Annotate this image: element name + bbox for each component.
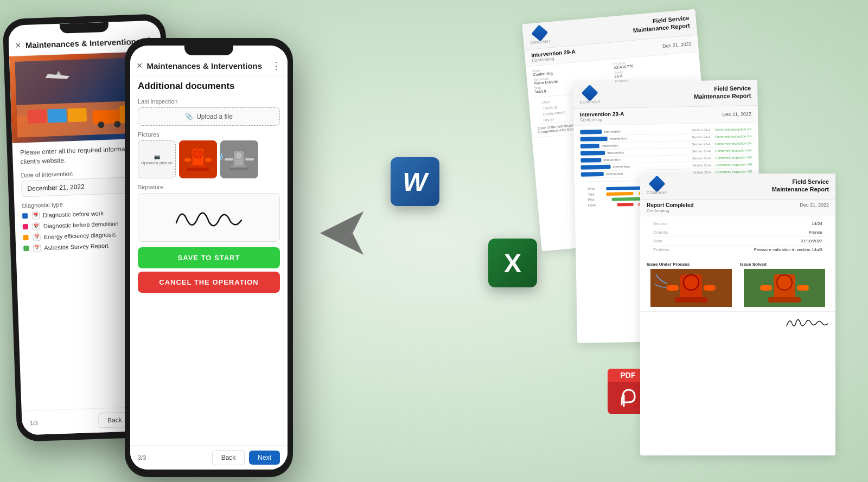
report-front-title-area: Field ServiceMaintenance Report xyxy=(772,178,829,194)
diag-dot-4 xyxy=(23,246,29,251)
diag-dot-3 xyxy=(23,235,28,240)
svg-point-37 xyxy=(777,275,792,290)
report-logo-diamond-2 xyxy=(582,85,598,101)
word-letter: W xyxy=(403,167,427,197)
svg-rect-36 xyxy=(768,297,801,303)
report-mid-sub: Conforming xyxy=(580,117,624,122)
svg-rect-18 xyxy=(205,158,212,162)
diag-label-2: Diagnostic before demolition xyxy=(43,220,119,229)
phone2-notch xyxy=(184,46,233,55)
svg-marker-26 xyxy=(320,211,363,255)
cancel-operation-button[interactable]: CANCEL THE OPERATION xyxy=(138,272,280,293)
report-front-logo: COMPANY xyxy=(647,178,667,195)
phone2-footer: 3/3 Back Next xyxy=(130,445,288,470)
gantt-label-3: Plan xyxy=(588,198,604,202)
phone2-page-indicator: 3/3 xyxy=(138,454,212,461)
report-front-field-country: Country France xyxy=(647,228,829,237)
svg-rect-4 xyxy=(27,110,47,124)
report-front-sig-svg xyxy=(786,314,829,330)
phone1-page-indicator: 1/3 xyxy=(29,417,98,426)
hydrant-svg-2 xyxy=(220,140,258,178)
phone2-header: × Maintenances & Interventions ⋮ xyxy=(130,55,288,76)
diag-icon-1: 📅 xyxy=(32,211,40,219)
report-mid-header: COMPANY Field ServiceMaintenance Report xyxy=(573,80,758,109)
svg-rect-5 xyxy=(47,108,67,123)
diag-icon-2: 📅 xyxy=(33,222,40,230)
report-front-issues-row: Issue Under Process xyxy=(640,258,835,311)
pictures-label: Pictures xyxy=(138,131,280,138)
issue-img-svg-1 xyxy=(647,269,736,307)
upload-picture-button[interactable]: 📷 Upload a picture xyxy=(138,140,176,178)
bar-4 xyxy=(580,151,605,156)
report-front-field-section: Section 14/24 xyxy=(647,220,829,228)
gantt-bar-2 xyxy=(606,192,633,196)
svg-rect-33 xyxy=(704,285,716,291)
report-back-date: Dec 21, 2022 xyxy=(662,41,692,49)
bar-2 xyxy=(580,137,608,142)
phone2-title: Maintenances & Interventions xyxy=(147,61,271,70)
phone2-close-icon[interactable]: × xyxy=(137,60,143,72)
report-logo-diamond-3 xyxy=(649,175,666,192)
pictures-row: 📷 Upload a picture xyxy=(138,140,280,178)
signature-box[interactable] xyxy=(138,193,280,242)
report-mid-title-area: Field ServiceMaintenance Report xyxy=(694,84,751,100)
report-mid-id: Intervention 29-A xyxy=(580,111,624,117)
phone2-body: Additional documents Last inspection 📎 U… xyxy=(130,76,288,468)
report-mid-date: Dec 21, 2022 xyxy=(722,111,751,117)
hydrant-svg-1 xyxy=(179,140,217,178)
diag-label-4: Asbestos Survey Report xyxy=(44,242,108,251)
issue-solved-col: Issue Solved xyxy=(740,262,829,307)
report-front-title: Field ServiceMaintenance Report xyxy=(772,178,829,194)
issue-under-process-image xyxy=(647,269,736,307)
signature-svg xyxy=(171,201,247,234)
excel-app-icon[interactable]: X xyxy=(488,239,537,287)
svg-rect-32 xyxy=(667,285,679,291)
report-front-field-problem: Problem Pressure validation in section 1… xyxy=(647,246,829,254)
report-back-logo: COMPANY xyxy=(529,26,551,44)
last-inspection-section: Last inspection 📎 Upload a file xyxy=(138,98,280,126)
diag-label-3: Energy efficiency diagnosis xyxy=(43,231,116,240)
phone2-back-button[interactable]: Back xyxy=(212,450,245,465)
phone1-notch xyxy=(60,22,109,34)
report-front-completed-row: Report Completed Conforming Dec 21, 2022 xyxy=(640,200,835,216)
word-app-icon[interactable]: W xyxy=(391,157,439,206)
phone1-close-icon[interactable]: × xyxy=(15,40,21,51)
issue-solved-title: Issue Solved xyxy=(740,262,829,267)
camera-icon: 📷 xyxy=(154,154,160,159)
report-front-body: Section 14/24 Country France Date 21/10/… xyxy=(640,216,835,258)
picture-thumb-2 xyxy=(220,140,258,178)
svg-rect-17 xyxy=(184,158,191,162)
report-front-completed-label: Report Completed xyxy=(647,202,694,208)
bar-3 xyxy=(580,144,599,149)
svg-point-23 xyxy=(235,152,242,159)
phone2-section-title: Additional documents xyxy=(138,81,280,92)
diag-icon-4: 📅 xyxy=(33,244,41,252)
bar-5 xyxy=(580,158,601,163)
phone2-device: × Maintenances & Interventions ⋮ Additio… xyxy=(125,38,293,477)
issue-solved-image xyxy=(740,269,829,307)
report-mid-title: Field ServiceMaintenance Report xyxy=(694,84,751,100)
svg-rect-39 xyxy=(797,285,809,291)
signature-label: Signature xyxy=(138,184,280,190)
send-arrow-icon xyxy=(315,206,369,260)
report-logo-diamond-1 xyxy=(532,24,548,41)
report-back-title-area: Field ServiceMaintenance Report xyxy=(632,14,690,35)
issue-under-process-col: Issue Under Process xyxy=(647,262,736,307)
gantt-label-1: Work xyxy=(588,187,604,191)
phone2-more-icon[interactable]: ⋮ xyxy=(271,60,281,72)
report-front-field-date: Date 21/10/2022 xyxy=(647,237,829,246)
upload-file-icon: 📎 xyxy=(185,113,193,120)
phone2-next-button[interactable]: Next xyxy=(249,451,280,465)
svg-rect-15 xyxy=(187,168,209,171)
bar-6 xyxy=(580,165,610,170)
bar-1 xyxy=(580,130,602,134)
svg-rect-30 xyxy=(675,297,707,303)
last-inspection-label: Last inspection xyxy=(138,98,280,105)
report-front-header: COMPANY Field ServiceMaintenance Report xyxy=(640,173,835,200)
gantt-label-2: Task xyxy=(588,192,604,196)
report-mid-logo: COMPANY xyxy=(579,87,601,104)
upload-file-button[interactable]: 📎 Upload a file xyxy=(138,107,280,126)
svg-rect-22 xyxy=(229,168,248,170)
save-to-start-button[interactable]: SAVE TO START xyxy=(138,247,280,268)
gantt-bar-4 xyxy=(617,203,634,207)
